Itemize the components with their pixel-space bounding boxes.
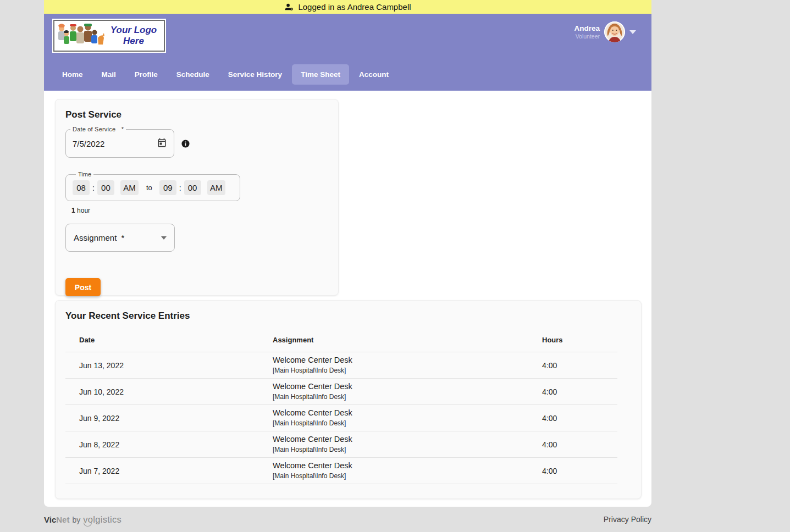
end-minute-input[interactable]: 00 (184, 180, 201, 195)
content-column: Logged in as Andrea Campbell (44, 0, 651, 507)
entry-date: Jun 8, 2022 (79, 440, 273, 449)
volgistics-logo: volgistics (83, 514, 121, 525)
entry-assignment: Welcome Center Desk [Main Hospital\Info … (273, 408, 542, 428)
chevron-down-icon (161, 236, 167, 240)
service-entries-table: Date Assignment Hours Jun 13, 2022 Welco… (65, 336, 617, 484)
entry-date: Jun 9, 2022 (79, 414, 273, 423)
calendar-icon[interactable] (157, 137, 167, 150)
entry-date: Jun 10, 2022 (79, 387, 273, 396)
entry-hours: 4:00 (542, 467, 617, 475)
tab-profile[interactable]: Profile (126, 64, 167, 85)
login-banner: Logged in as Andrea Campbell (44, 0, 651, 14)
app-header: Your Logo Here Andrea Volunteer (44, 14, 651, 91)
vicnet-brand: VicNet by volgistics (44, 514, 121, 525)
table-header-row: Date Assignment Hours (65, 336, 617, 352)
entry-assignment: Welcome Center Desk [Main Hospital\Info … (273, 434, 542, 455)
start-minute-input[interactable]: 00 (97, 180, 114, 195)
user-role: Volunteer (574, 33, 600, 40)
info-icon[interactable] (181, 139, 190, 148)
tab-mail[interactable]: Mail (93, 64, 125, 85)
logged-in-user-icon (284, 2, 294, 12)
main-content: Post Service Date of Service * 7/5/2022 (44, 91, 651, 507)
main-nav: Home Mail Profile Schedule Service Histo… (53, 64, 397, 85)
tab-time-sheet[interactable]: Time Sheet (292, 64, 349, 85)
end-hour-input[interactable]: 09 (159, 180, 176, 195)
tab-home[interactable]: Home (53, 64, 92, 85)
assignment-label: Assignment * (74, 233, 161, 242)
time-colon: : (92, 184, 95, 192)
table-row: Jun 10, 2022 Welcome Center Desk [Main H… (65, 379, 617, 405)
col-header-assignment: Assignment (273, 336, 542, 344)
entry-hours: 4:00 (542, 361, 617, 370)
assignment-select[interactable]: Assignment * (65, 224, 175, 252)
entry-hours: 4:00 (542, 387, 617, 396)
entry-assignment: Welcome Center Desk [Main Hospital\Info … (273, 461, 542, 481)
entry-assignment: Welcome Center Desk [Main Hospital\Info … (273, 355, 542, 375)
entry-date: Jun 13, 2022 (79, 361, 273, 370)
entry-date: Jun 7, 2022 (79, 467, 273, 475)
post-service-title: Post Service (65, 109, 328, 120)
post-button[interactable]: Post (65, 278, 101, 296)
time-legend: Time (76, 171, 93, 178)
org-logo: Your Logo Here (53, 20, 165, 52)
time-to-label: to (146, 184, 152, 192)
table-row: Jun 9, 2022 Welcome Center Desk [Main Ho… (65, 405, 617, 431)
table-row: Jun 13, 2022 Welcome Center Desk [Main H… (65, 352, 617, 379)
entry-assignment: Welcome Center Desk [Main Hospital\Info … (273, 381, 542, 402)
end-ampm-toggle[interactable]: AM (207, 180, 225, 195)
recent-entries-title: Your Recent Service Entries (65, 311, 631, 322)
post-service-card: Post Service Date of Service * 7/5/2022 (55, 99, 339, 296)
start-hour-input[interactable]: 08 (73, 180, 90, 195)
col-header-date: Date (79, 336, 273, 344)
duration-label: 1 hour (71, 207, 328, 214)
login-banner-text: Logged in as Andrea Campbell (298, 2, 411, 12)
date-of-service-label: Date of Service * (70, 126, 126, 132)
logo-text: Your Logo Here (107, 25, 161, 46)
logo-people-illustration (56, 21, 104, 50)
tab-schedule[interactable]: Schedule (168, 64, 218, 85)
table-row: Jun 8, 2022 Welcome Center Desk [Main Ho… (65, 431, 617, 458)
time-colon: : (179, 184, 181, 192)
page-footer: VicNet by volgistics Privacy Policy (44, 507, 651, 532)
privacy-policy-link[interactable]: Privacy Policy (604, 515, 651, 524)
avatar[interactable] (604, 21, 625, 42)
user-menu[interactable]: Andrea Volunteer (574, 21, 636, 42)
table-row: Jun 7, 2022 Welcome Center Desk [Main Ho… (65, 458, 617, 484)
col-header-hours: Hours (542, 336, 617, 344)
entry-hours: 4:00 (542, 440, 617, 449)
date-of-service-field[interactable]: Date of Service * 7/5/2022 (65, 129, 174, 158)
time-range-group: Time 08 : 00 AM to 09 : 00 AM (65, 171, 240, 201)
tab-account[interactable]: Account (350, 64, 397, 85)
recent-entries-card: Your Recent Service Entries Date Assignm… (55, 300, 642, 499)
tab-service-history[interactable]: Service History (219, 64, 291, 85)
date-of-service-value[interactable]: 7/5/2022 (73, 139, 157, 148)
user-names: Andrea Volunteer (574, 24, 600, 40)
user-name: Andrea (574, 24, 600, 33)
user-menu-caret-icon[interactable] (629, 30, 636, 34)
start-ampm-toggle[interactable]: AM (120, 180, 139, 195)
entry-hours: 4:00 (542, 414, 617, 423)
